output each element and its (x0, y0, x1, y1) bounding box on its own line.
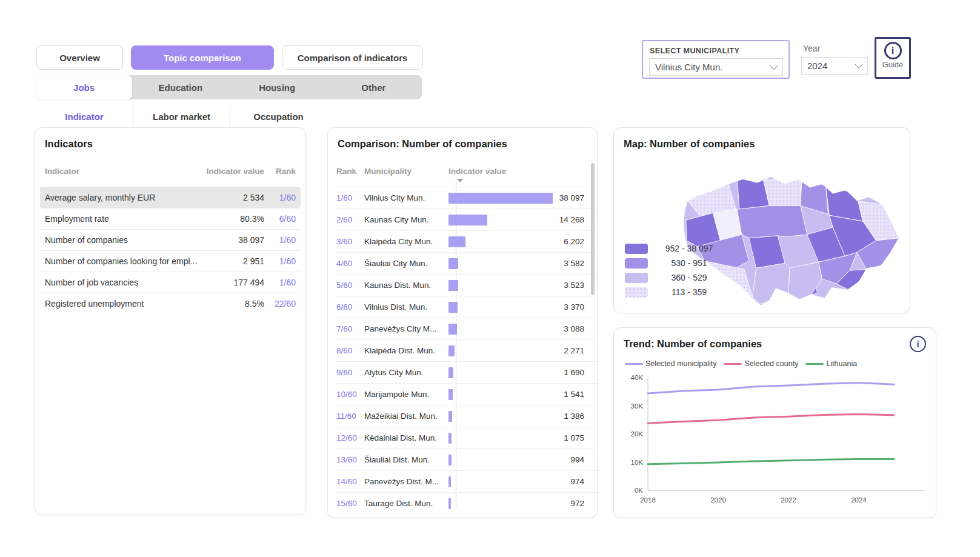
bar-zone (448, 384, 554, 405)
legend-line-swatch (724, 363, 742, 365)
tab-other[interactable]: Other (325, 75, 422, 99)
value-label: 1 690 (554, 368, 584, 377)
rank-link[interactable]: 4/60 (336, 259, 364, 268)
municipality-name: Šiauliai Dist. Mun. (364, 455, 448, 464)
legend-swatch (625, 258, 648, 268)
value-bar (448, 455, 452, 465)
indicator-value: 2 534 (204, 193, 264, 202)
comparison-row[interactable]: 3/60Klaipėda City Mun.6 202 (336, 230, 597, 252)
x-axis-tick: 2018 (640, 496, 656, 504)
comparison-row[interactable]: 7/60Panevėžys City M...3 088 (336, 318, 597, 339)
scrollbar[interactable] (591, 163, 595, 295)
comparison-row[interactable]: 2/60Kaunas City Mun.14 268 (336, 208, 597, 230)
indicator-name: Registered unemployment (45, 299, 204, 309)
value-bar (448, 236, 465, 247)
tab-indicator[interactable]: Indicator (36, 105, 133, 127)
rank-link[interactable]: 14/60 (336, 477, 364, 486)
indicator-row[interactable]: Registered unemployment8.5%22/60 (40, 293, 301, 314)
rank-link[interactable]: 6/60 (336, 302, 364, 312)
bar-zone (448, 209, 554, 230)
tab-occupation[interactable]: Occupation (230, 105, 327, 127)
column-indicator-value-sort[interactable]: Indicator value (448, 167, 506, 176)
column-indicator-value: Indicator value (204, 167, 264, 176)
indicator-row[interactable]: Number of companies38 0971/60 (40, 229, 301, 250)
rank-link[interactable]: 9/60 (336, 368, 364, 377)
y-axis-tick: 40K (631, 374, 644, 381)
value-bar (448, 389, 453, 400)
municipality-dropdown-value: Vilnius City Mun. (655, 62, 722, 72)
comparison-row[interactable]: 4/60Šiauliai City Mun.3 582 (336, 252, 597, 274)
indicator-row[interactable]: Average salary, monthly EUR2 5341/60 (40, 187, 301, 208)
municipality-name: Klaipėda City Mun. (364, 237, 448, 246)
bar-zone (448, 493, 554, 514)
value-bar (448, 258, 458, 269)
municipality-dropdown[interactable]: Vilnius City Mun. (649, 58, 783, 76)
trend-line-chart: 0K10K20K30K40K2018202020222024 (620, 370, 935, 513)
y-axis-tick: 30K (631, 402, 644, 410)
comparison-row[interactable]: 9/60Alytus City Mun.1 690 (336, 361, 597, 383)
x-axis-tick: 2020 (710, 496, 726, 504)
value-label: 3 088 (554, 324, 584, 333)
tab-topic-comparison[interactable]: Topic comparison (131, 45, 274, 70)
comparison-row[interactable]: 11/60Mažeikiai Dist. Mun.1 386 (336, 405, 597, 427)
tab-comparison-of-indicators[interactable]: Comparison of indicators (282, 45, 423, 70)
comparison-row[interactable]: 5/60Kaunas Dist. Mun.3 523 (336, 274, 597, 296)
municipality-name: Marijampolė Mun. (364, 390, 448, 399)
chevron-down-icon (770, 61, 778, 70)
bar-zone (448, 427, 554, 449)
rank-link[interactable]: 1/60 (336, 193, 364, 202)
tab-housing[interactable]: Housing (229, 75, 325, 99)
comparison-row[interactable]: 12/60Kėdainiai Dist. Mun.1 075 (336, 427, 597, 449)
legend-selected-municipality[interactable]: Selected municipality (625, 359, 716, 368)
rank-link[interactable]: 12/60 (336, 433, 364, 442)
indicator-name: Employment rate (45, 214, 204, 224)
comparison-row[interactable]: 15/60Tauragė Dist. Mun.972 (336, 492, 597, 514)
year-dropdown[interactable]: 2024 (801, 57, 868, 75)
comparison-row[interactable]: 14/60Panevėžys Dist. M...974 (336, 470, 597, 492)
column-rank: Rank (264, 167, 296, 176)
indicator-row[interactable]: Employment rate80.3%6/60 (40, 208, 301, 229)
value-label: 2 271 (554, 346, 584, 355)
guide-button[interactable]: i Guide (875, 37, 911, 79)
rank-link[interactable]: 8/60 (336, 346, 364, 355)
indicator-row[interactable]: Number of job vacancies177 4941/60 (40, 272, 301, 293)
comparison-row[interactable]: 8/60Klaipėda Dist. Mun.2 271 (336, 339, 597, 361)
x-axis-tick: 2022 (781, 496, 796, 504)
rank-link[interactable]: 7/60 (336, 324, 364, 333)
trend-line-lithuania (648, 459, 894, 464)
rank-link[interactable]: 5/60 (336, 281, 364, 290)
rank-link[interactable]: 2/60 (336, 215, 364, 224)
value-label: 1 541 (554, 390, 584, 399)
municipality-name: Vilnius City Mun. (364, 193, 448, 202)
rank-link[interactable]: 15/60 (336, 499, 364, 508)
rank-link[interactable]: 11/60 (336, 412, 364, 421)
municipality-selector: SELECT MUNICIPALITY Vilnius City Mun. (642, 40, 790, 79)
value-label: 3 523 (554, 281, 584, 290)
legend-lithuania[interactable]: Lithuania (805, 359, 857, 368)
comparison-row[interactable]: 10/60Marijampolė Mun.1 541 (336, 383, 597, 405)
value-label: 3 370 (554, 302, 584, 312)
indicator-rank: 1/60 (264, 256, 296, 266)
comparison-row[interactable]: 1/60Vilnius City Mun.38 097 (336, 187, 597, 208)
rank-link[interactable]: 3/60 (336, 237, 364, 246)
tab-education[interactable]: Education (132, 75, 228, 99)
value-bar (448, 411, 452, 422)
legend-selected-county[interactable]: Selected county (724, 359, 798, 368)
indicator-rank: 22/60 (264, 299, 296, 309)
tab-jobs[interactable]: Jobs (36, 75, 132, 99)
rank-link[interactable]: 13/60 (336, 455, 364, 464)
indicators-panel: Indicators Indicator Indicator value Ran… (35, 127, 306, 515)
rank-link[interactable]: 10/60 (336, 390, 364, 399)
info-icon[interactable]: i (910, 336, 926, 352)
comparison-row[interactable]: 13/60Šiauliai Dist. Mun.994 (336, 449, 597, 470)
indicator-name: Number of job vacancies (45, 278, 204, 287)
tab-overview[interactable]: Overview (36, 45, 123, 70)
comparison-row[interactable]: 6/60Vilnius Dist. Mun.3 370 (336, 296, 597, 318)
year-label: Year (803, 44, 820, 53)
legend-label: 952 - 38 097 (655, 244, 723, 253)
comparison-panel-title: Comparison: Number of companies (338, 138, 507, 150)
municipality-name: Panevėžys City M... (364, 324, 448, 333)
map-legend-item: 113 - 359 (625, 285, 723, 299)
tab-labor-market[interactable]: Labor market (133, 105, 230, 127)
indicator-row[interactable]: Number of companies looking for empl...2… (40, 250, 301, 272)
